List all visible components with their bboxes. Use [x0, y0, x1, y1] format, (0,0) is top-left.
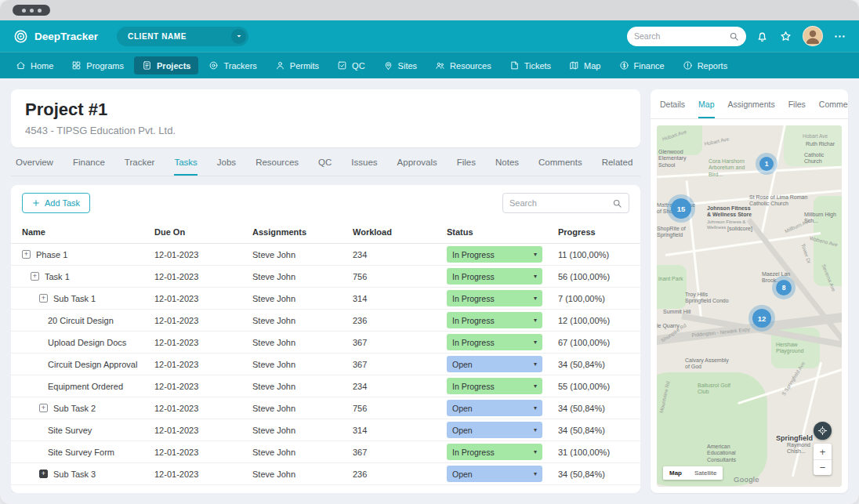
nav-item-projects[interactable]: Projects — [134, 56, 198, 74]
map-cluster-marker[interactable]: 8 — [776, 280, 792, 296]
row-expander-icon[interactable]: + — [39, 404, 48, 412]
project-header-card: Project #1 4543 - TIPSG Education Pvt. L… — [11, 89, 640, 147]
header-search — [627, 27, 746, 46]
nav-item-map[interactable]: Map — [561, 56, 608, 74]
side-tab-files[interactable]: Files — [788, 100, 806, 118]
zoom-in-button[interactable]: + — [814, 444, 832, 459]
status-dropdown[interactable]: Open▾ — [447, 466, 542, 482]
status-dropdown[interactable]: Open▾ — [447, 400, 542, 416]
table-row[interactable]: +Phase 112-01-2023Steve John234In Progre… — [11, 244, 640, 266]
tab-overview[interactable]: Overview — [16, 158, 53, 176]
side-tab-assignments[interactable]: Assignments — [728, 100, 775, 118]
nav-item-finance[interactable]: Finance — [611, 56, 672, 74]
status-dropdown[interactable]: In Progress▾ — [447, 290, 542, 306]
nav-item-home[interactable]: Home — [8, 56, 61, 74]
nav-item-sites[interactable]: Sites — [375, 56, 425, 74]
table-row[interactable]: Site Survey Form12-01-2023Steve John367I… — [11, 441, 640, 463]
map-cluster-marker[interactable]: 1 — [759, 157, 774, 171]
row-expander-icon[interactable]: + — [39, 294, 48, 303]
table-row[interactable]: +Sub Task 112-01-2023Steve John314In Pro… — [11, 288, 640, 310]
tab-resources[interactable]: Resources — [256, 158, 299, 176]
zoom-out-button[interactable]: − — [814, 459, 832, 475]
user-avatar[interactable] — [803, 26, 823, 46]
map-type-satellite-button[interactable]: Satellite — [688, 466, 723, 480]
side-tab-details[interactable]: Details — [660, 100, 685, 118]
table-row[interactable]: +Task 112-01-2023Steve John756In Progres… — [11, 266, 640, 288]
tab-files[interactable]: Files — [457, 158, 476, 176]
nav-item-label: Trackers — [223, 61, 256, 71]
status-dropdown[interactable]: In Progress▾ — [447, 268, 542, 285]
tab-approvals[interactable]: Approvals — [397, 158, 437, 176]
table-row[interactable]: Equipment Ordered12-01-2023Steve John234… — [11, 375, 640, 397]
add-task-button[interactable]: Add Task — [22, 193, 90, 213]
task-progress: 55 (100,00%) — [550, 375, 640, 397]
table-header-row: NameDue OnAssignmentsWorkloadStatusProgr… — [11, 221, 640, 244]
row-expander-icon[interactable]: + — [39, 470, 48, 478]
nav-item-permits[interactable]: Permits — [267, 56, 327, 74]
search-icon[interactable] — [729, 31, 739, 42]
map-type-map-button[interactable]: Map — [663, 466, 688, 480]
map-label: inant Park — [658, 276, 683, 282]
map-cluster-marker[interactable]: 15 — [671, 198, 691, 219]
table-row[interactable]: 20 Circuit Design12-01-2023Steve John236… — [11, 310, 640, 332]
tasks-card: Add Task NameDue OnAssignmentsWorkloadSt… — [11, 185, 640, 493]
row-expander-icon[interactable]: + — [31, 272, 39, 281]
bell-icon[interactable] — [756, 30, 769, 43]
window-controls[interactable] — [13, 5, 50, 16]
nav-item-qc[interactable]: QC — [329, 56, 373, 74]
table-row[interactable]: +Sub Task 212-01-2023Steve John756Open▾3… — [11, 397, 640, 419]
status-dropdown[interactable]: Open▾ — [447, 356, 542, 372]
page-title: Project #1 — [25, 100, 626, 120]
task-progress: 31 (100,00%) — [550, 441, 640, 463]
star-icon[interactable] — [779, 30, 792, 43]
tab-tracker[interactable]: Tracker — [125, 158, 155, 176]
task-workload: 236 — [345, 463, 439, 485]
nav-item-trackers[interactable]: Trackers — [201, 56, 264, 74]
nav-item-reports[interactable]: Reports — [675, 56, 736, 74]
row-expander-icon[interactable]: + — [22, 250, 31, 259]
map-label: Calvary Assembly of God — [685, 357, 734, 371]
nav-item-label: Permits — [290, 61, 319, 71]
task-workload: 756 — [345, 397, 439, 419]
tab-qc[interactable]: QC — [318, 158, 332, 176]
status-dropdown[interactable]: In Progress▾ — [447, 312, 542, 328]
my-location-button[interactable] — [814, 422, 832, 440]
table-row[interactable]: Circuit Design Approval12-01-2023Steve J… — [11, 354, 640, 375]
status-dropdown[interactable]: In Progress▾ — [447, 444, 542, 460]
nav-item-programs[interactable]: Programs — [63, 56, 132, 74]
doc-icon — [142, 60, 152, 71]
table-row[interactable]: Site Survey12-01-2023Steve John314Open▾3… — [11, 419, 640, 441]
search-icon[interactable] — [612, 198, 622, 208]
task-search — [502, 193, 629, 213]
tab-notes[interactable]: Notes — [495, 158, 519, 176]
side-tab-map[interactable]: Map — [698, 100, 714, 118]
check-square-icon — [337, 60, 347, 71]
status-dropdown[interactable]: In Progress▾ — [447, 378, 542, 394]
tab-finance[interactable]: Finance — [73, 158, 105, 176]
status-dropdown[interactable]: In Progress▾ — [447, 246, 542, 263]
table-row[interactable]: +Sub Task 312-01-2023Steve John236Open▾3… — [11, 463, 640, 485]
nav-item-resources[interactable]: Resources — [427, 56, 499, 74]
tab-comments[interactable]: Comments — [538, 158, 582, 176]
more-icon[interactable] — [833, 30, 846, 43]
tab-tasks[interactable]: Tasks — [174, 158, 197, 176]
tab-related[interactable]: Related — [602, 158, 633, 176]
status-dropdown[interactable]: Open▾ — [447, 422, 542, 438]
status-dropdown[interactable]: In Progress▾ — [447, 334, 542, 350]
task-search-input[interactable] — [509, 198, 607, 208]
tab-jobs[interactable]: Jobs — [217, 158, 236, 176]
nav-item-tickets[interactable]: Tickets — [502, 56, 559, 74]
tab-issues[interactable]: Issues — [351, 158, 377, 176]
table-row[interactable]: Upload Design Docs12-01-2023Steve John36… — [11, 332, 640, 354]
locate-icon — [817, 426, 828, 436]
task-due-on: 12-01-2023 — [147, 310, 245, 332]
map-canvas[interactable]: Hobart AveHobart AveHobart AveRuth Richa… — [657, 125, 842, 487]
side-tab-comments[interactable]: Comments — [819, 100, 848, 118]
project-tabs: OverviewFinanceTrackerTasksJobsResources… — [11, 147, 640, 176]
client-name-dropdown[interactable]: CLIENT NAME — [117, 27, 248, 46]
task-workload: 367 — [345, 354, 439, 375]
header-search-input[interactable] — [634, 31, 724, 41]
caret-down-icon: ▾ — [534, 470, 537, 477]
task-name: 20 Circuit Design — [48, 316, 114, 325]
map-cluster-marker[interactable]: 12 — [752, 309, 771, 328]
